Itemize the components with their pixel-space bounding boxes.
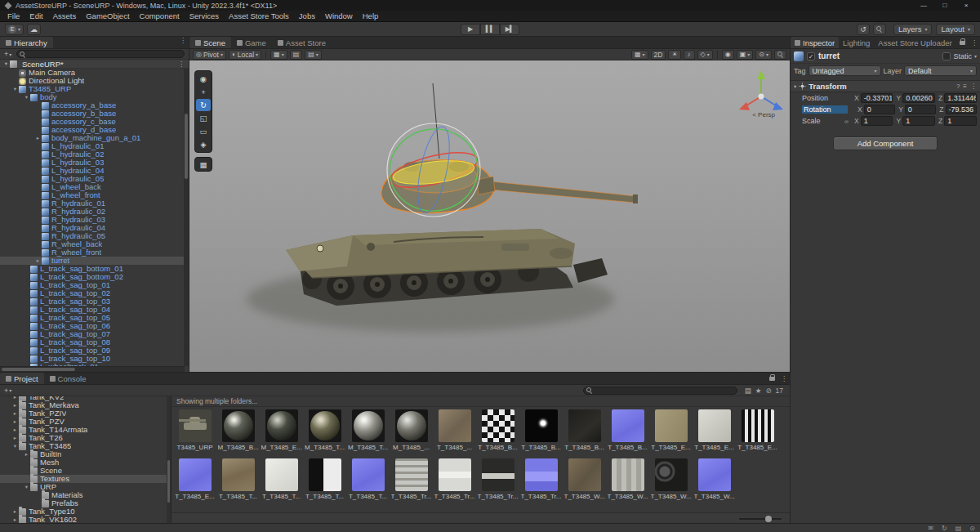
create-object-button[interactable]: +▾ <box>2 50 14 58</box>
asset-thumbnail[interactable] <box>309 409 341 442</box>
asset-item[interactable]: T_T3485_E... <box>649 409 693 455</box>
asset-item[interactable]: T_T3485_E... <box>736 409 779 455</box>
play-button[interactable]: ▶ <box>461 24 480 35</box>
folder-item[interactable]: Textures <box>0 475 171 483</box>
hierarchy-vertical-scrollbar[interactable] <box>184 69 189 366</box>
hierarchy-item[interactable]: L_track_sag_top_01 › <box>0 281 189 289</box>
asset-item[interactable]: T_T3485_E... <box>173 458 216 504</box>
layer-dropdown[interactable]: Default▾ <box>904 65 977 76</box>
scene-lighting-toggle[interactable]: ☀ <box>668 50 680 60</box>
menu-item[interactable]: Window <box>320 11 358 20</box>
asset-item[interactable]: T_T3485_W... <box>606 458 649 504</box>
hierarchy-item[interactable]: ▸ turret › <box>0 257 189 265</box>
asset-item[interactable]: M_T3485_T... <box>303 409 346 455</box>
scene-viewport[interactable]: ◉ + ↻ ◱ ▭ ◈ ▦ < Persp <box>189 60 790 372</box>
expand-arrow-icon[interactable]: ▾ <box>11 442 19 450</box>
handle-rotation-dropdown[interactable]: ◐Local▾ <box>229 50 261 60</box>
folder-item[interactable]: ▸ Tank_PZV <box>0 418 171 426</box>
folder-item[interactable]: ▸ Tank_Merkava <box>0 401 171 409</box>
expand-arrow-icon[interactable]: ▸ <box>23 450 30 458</box>
hierarchy-item[interactable]: Directional Light › <box>0 77 189 85</box>
scale-link-icon[interactable]: ∞ <box>844 118 851 124</box>
expand-arrow-icon[interactable]: ▸ <box>11 434 19 442</box>
asset-item[interactable]: T_T3485_T... <box>260 458 303 504</box>
add-component-button[interactable]: Add Component <box>833 136 938 150</box>
transform-row-label[interactable]: Rotation <box>802 105 848 114</box>
hidden-packages-icon[interactable]: ⊘ <box>765 387 771 395</box>
z-value-field[interactable]: -79.536 <box>946 105 977 114</box>
expand-arrow-icon[interactable]: ▸ <box>11 409 19 418</box>
asset-thumbnail[interactable] <box>742 409 774 442</box>
hierarchy-item[interactable]: accessory_b_base › <box>0 110 189 118</box>
asset-thumbnail[interactable] <box>568 458 601 491</box>
hierarchy-item[interactable]: R_hydraulic_03 › <box>0 216 189 224</box>
tab-asset-store[interactable]: Asset Store <box>272 37 332 48</box>
expand-arrow-icon[interactable]: ▸ <box>34 257 42 265</box>
folder-item[interactable]: Mesh <box>0 458 171 467</box>
tab-project[interactable]: Project <box>0 373 44 384</box>
transform-row-label[interactable]: Scale <box>802 117 844 125</box>
hierarchy-item[interactable]: L_wheel_front › <box>0 191 189 199</box>
y-value-field[interactable]: 0.00260 <box>902 93 935 103</box>
asset-thumbnail[interactable] <box>395 458 428 491</box>
gizmos-dropdown[interactable]: ⊙▾ <box>755 50 772 60</box>
object-name[interactable]: turret <box>818 51 840 60</box>
asset-item[interactable]: T_T3485_T... <box>346 458 390 504</box>
close-button[interactable]: × <box>956 2 977 9</box>
pause-button[interactable]: ▍▍ <box>480 24 500 35</box>
grid-snap-button[interactable]: ▦ <box>196 159 211 171</box>
transform-row-label[interactable]: Position <box>802 94 844 102</box>
tab-lighting[interactable]: Lighting <box>839 37 874 48</box>
panel-menu-icon[interactable]: ⋮ <box>969 39 980 47</box>
hierarchy-item[interactable]: L_track_sag_top_10 › <box>0 355 189 363</box>
x-value-field[interactable]: 1 <box>861 116 893 126</box>
folder-item[interactable]: Prefabs <box>0 499 171 507</box>
pivot-dropdown[interactable]: ◎Pivot▾ <box>193 50 226 60</box>
asset-item[interactable]: T_T3485_W... <box>649 458 693 504</box>
expand-arrow-icon[interactable]: ▾ <box>23 93 30 101</box>
menu-item[interactable]: Edit <box>24 11 47 20</box>
effects-dropdown[interactable]: ◇▾ <box>697 50 713 60</box>
hierarchy-item[interactable]: L_hydraulic_03 › <box>0 159 189 167</box>
asset-thumbnail[interactable] <box>525 458 558 491</box>
hierarchy-item[interactable]: R_wheel_back › <box>0 240 189 248</box>
move-tool-button[interactable]: + <box>196 86 211 98</box>
asset-item[interactable]: T_T3485_T... <box>303 458 346 504</box>
slider-thumb[interactable] <box>765 516 772 522</box>
chevron-down-icon[interactable]: ▾ <box>974 53 977 59</box>
hierarchy-item[interactable]: Main Camera › <box>0 69 189 77</box>
hierarchy-item[interactable]: L_track_sag_bottom_01 › <box>0 265 189 273</box>
asset-thumbnail[interactable] <box>612 409 644 442</box>
asset-item[interactable]: T_T3485_T... <box>216 458 260 504</box>
step-button[interactable]: ▶▍ <box>500 24 519 35</box>
y-value-field[interactable]: 1 <box>902 116 935 126</box>
hierarchy-item[interactable]: R_hydraulic_02 › <box>0 208 189 216</box>
component-menu-icon[interactable]: ⋮ <box>970 83 977 90</box>
asset-item[interactable]: M_T3485_... <box>390 409 433 455</box>
x-value-field[interactable]: 0 <box>864 105 895 114</box>
asset-thumbnail[interactable] <box>525 409 558 442</box>
cloud-services-button[interactable]: ☁ <box>27 24 41 35</box>
account-button[interactable]: E ▾ <box>5 24 24 35</box>
perspective-toggle[interactable]: < Persp <box>752 111 775 118</box>
asset-thumbnail[interactable] <box>655 458 688 491</box>
maximize-button[interactable]: □ <box>934 2 956 9</box>
orientation-gizmo[interactable] <box>739 70 783 110</box>
hierarchy-item[interactable]: ▾ T3485_URP › <box>0 85 189 93</box>
folder-item[interactable]: ▸ Tank_T26 <box>0 434 171 442</box>
asset-thumbnail[interactable] <box>352 409 385 442</box>
panel-menu-icon[interactable]: ⋮ <box>177 37 189 48</box>
expand-arrow-icon[interactable]: ▾ <box>2 60 10 67</box>
hierarchy-item[interactable]: L_track_sag_top_07 › <box>0 330 189 338</box>
scene-options-icon[interactable]: ⋮ <box>176 60 187 68</box>
project-search-input[interactable] <box>583 387 737 395</box>
asset-thumbnail[interactable] <box>309 458 341 491</box>
expand-arrow-icon[interactable]: ▾ <box>11 85 19 93</box>
search-by-type-icon[interactable]: ▤ <box>745 387 751 395</box>
hierarchy-item[interactable]: L_track_sag_top_02 › <box>0 289 189 297</box>
hierarchy-item[interactable]: L_wheel_back › <box>0 183 189 191</box>
hidden-packages-count[interactable]: 17 <box>776 387 783 395</box>
console-message-icon[interactable]: ✉ <box>928 525 933 532</box>
lock-icon[interactable] <box>769 377 775 381</box>
asset-thumbnail[interactable] <box>352 458 385 491</box>
